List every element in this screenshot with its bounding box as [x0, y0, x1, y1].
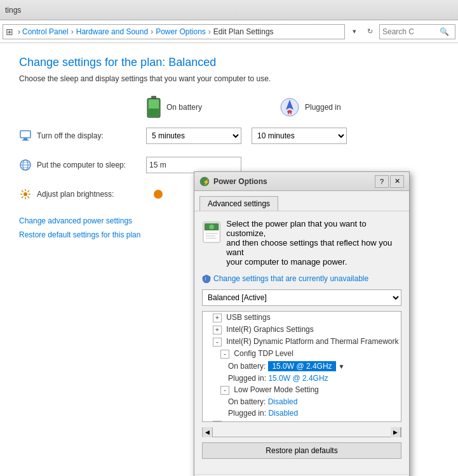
dialog-desc-line3: your computer to manage power. — [226, 257, 401, 267]
dialog-close-button[interactable]: ✕ — [390, 175, 404, 188]
graphics-expander[interactable]: + — [213, 326, 222, 334]
svg-rect-29 — [206, 233, 218, 234]
dialog-tab-bar: Advanced settings — [194, 191, 409, 211]
power-options-dialog: ⚡ Power Options ? ✕ Advanced settings — [194, 171, 410, 476]
low-power-expander[interactable]: - — [220, 386, 229, 395]
tree-item-power-buttons[interactable]: + Power buttons and lid — [203, 419, 401, 422]
dialog-title-bar: ⚡ Power Options ? ✕ — [194, 172, 409, 191]
tree-item-low-power-plugged[interactable]: Plugged in: Disabled — [203, 407, 401, 419]
tree-item-config-tdp[interactable]: - Config TDP Level — [203, 348, 401, 360]
low-power-plugged-value[interactable]: Disabled — [268, 409, 298, 418]
shield-icon: ! — [202, 274, 211, 283]
dialog-help-button[interactable]: ? — [375, 175, 389, 188]
dialog-description: Select the power plan that you want to c… — [202, 219, 401, 267]
restore-plan-defaults-button[interactable]: Restore plan defaults — [202, 442, 401, 459]
power-settings-icon — [202, 219, 221, 244]
dialog-body: Select the power plan that you want to c… — [194, 211, 409, 474]
config-tdp-expander[interactable]: - — [220, 350, 229, 359]
horizontal-scrollbar[interactable]: ◀ ▶ — [202, 427, 401, 437]
tree-container[interactable]: + USB settings + Intel(R) Graphics Setti… — [202, 311, 401, 422]
power-buttons-expander[interactable]: + — [213, 421, 222, 422]
dialog-title-icon: ⚡ — [199, 176, 210, 187]
dialog-title: Power Options — [213, 177, 375, 186]
tree-item-graphics[interactable]: + Intel(R) Graphics Settings — [203, 324, 401, 336]
svg-rect-31 — [206, 237, 217, 239]
tree-item-low-power-battery[interactable]: On battery: Disabled — [203, 396, 401, 407]
dynamic-platform-expander[interactable]: - — [213, 338, 222, 347]
low-power-battery-value[interactable]: Disabled — [268, 397, 298, 406]
battery-value-highlight[interactable]: 15.0W @ 2.4GHz — [268, 361, 335, 371]
advanced-settings-tab[interactable]: Advanced settings — [199, 196, 278, 211]
svg-rect-30 — [206, 235, 215, 237]
tree-item-on-battery[interactable]: On battery: 15.0W @ 2.4GHz ▼ — [203, 360, 401, 373]
plan-dropdown[interactable]: Balanced [Active] — [202, 289, 401, 306]
dialog-desc-line2: and then choose settings that reflect ho… — [226, 238, 401, 257]
tree-item-usb[interactable]: + USB settings — [203, 312, 401, 324]
pluggedin-tdp-value[interactable]: 15.0W @ 2.4GHz — [268, 374, 328, 383]
scroll-track[interactable] — [213, 427, 391, 437]
dialog-desc-line1: Select the power plan that you want to c… — [226, 219, 401, 238]
tree-item-pluggedin-tdp[interactable]: Plugged in: 15.0W @ 2.4GHz — [203, 373, 401, 384]
unavailable-settings-link[interactable]: ! Change settings that are currently una… — [202, 274, 401, 283]
usb-expander[interactable]: + — [213, 314, 222, 322]
scroll-left-btn[interactable]: ◀ — [203, 427, 213, 437]
svg-text:!: ! — [205, 276, 206, 282]
dialog-overlay: ⚡ Power Options ? ✕ Advanced settings — [0, 0, 458, 476]
svg-point-28 — [209, 225, 214, 230]
tree-item-dynamic-platform[interactable]: - Intel(R) Dynamic Platform and Thermal … — [203, 336, 401, 348]
svg-text:⚡: ⚡ — [203, 178, 210, 186]
tree-item-low-power[interactable]: - Low Power Mode Setting — [203, 384, 401, 396]
scroll-right-btn[interactable]: ▶ — [391, 427, 401, 437]
